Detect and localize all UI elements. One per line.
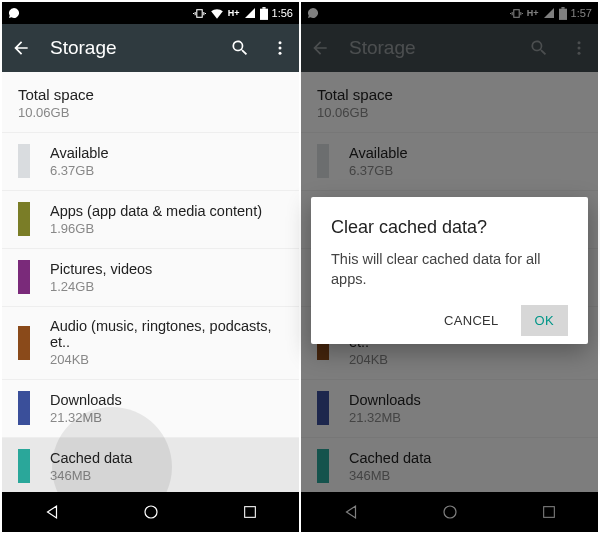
svg-point-4 (279, 47, 282, 50)
swatch (18, 260, 30, 294)
total-value: 10.06GB (18, 105, 283, 120)
content: Total space 10.06GB Available 6.37GB App… (2, 72, 299, 492)
dialog-title: Clear cached data? (331, 217, 568, 238)
row-downloads[interactable]: Downloads 21.32MB (2, 379, 299, 437)
dialog-body: This will clear cached data for all apps… (331, 250, 568, 289)
hplus-icon: H+ (228, 8, 240, 18)
clock: 1:56 (272, 7, 293, 19)
svg-point-3 (279, 41, 282, 44)
nav-recent-icon[interactable] (240, 502, 260, 522)
screen-left: H+ 1:56 Storage Total space 10.06GB (2, 2, 299, 532)
swatch (18, 144, 30, 178)
overflow-icon[interactable] (269, 37, 291, 59)
clear-cache-dialog: Clear cached data? This will clear cache… (311, 197, 588, 344)
value: 1.24GB (50, 279, 152, 294)
swatch (18, 391, 30, 425)
page-title: Storage (50, 37, 211, 59)
label: Downloads (50, 392, 122, 408)
value: 204KB (50, 352, 283, 367)
row-audio[interactable]: Audio (music, ringtones, podcasts, et.. … (2, 306, 299, 379)
signal-icon (244, 7, 256, 19)
svg-point-5 (279, 52, 282, 55)
value: 346MB (50, 468, 132, 483)
label: Available (50, 145, 109, 161)
total-label: Total space (18, 86, 283, 103)
wifi-icon (210, 7, 224, 19)
value: 6.37GB (50, 163, 109, 178)
row-available[interactable]: Available 6.37GB (2, 132, 299, 190)
appbar: Storage (2, 24, 299, 72)
navbar (2, 492, 299, 532)
vibrate-icon (193, 7, 206, 20)
screen-right: H+ 1:57 Storage Total space 10.06GB (301, 2, 598, 532)
svg-rect-0 (197, 9, 202, 17)
row-pictures[interactable]: Pictures, videos 1.24GB (2, 248, 299, 306)
swatch (18, 326, 30, 360)
svg-point-6 (145, 506, 157, 518)
swatch (18, 202, 30, 236)
search-icon[interactable] (229, 37, 251, 59)
battery-icon (260, 7, 268, 20)
cancel-button[interactable]: CANCEL (430, 305, 513, 336)
nav-back-icon[interactable] (42, 502, 62, 522)
svg-rect-1 (260, 8, 268, 19)
swatch (18, 449, 30, 483)
value: 21.32MB (50, 410, 122, 425)
whatsapp-icon (8, 7, 20, 19)
row-apps[interactable]: Apps (app data & media content) 1.96GB (2, 190, 299, 248)
svg-rect-2 (262, 7, 265, 9)
dialog-actions: CANCEL OK (331, 305, 568, 336)
statusbar: H+ 1:56 (2, 2, 299, 24)
total-space[interactable]: Total space 10.06GB (2, 72, 299, 132)
nav-home-icon[interactable] (141, 502, 161, 522)
label: Apps (app data & media content) (50, 203, 262, 219)
label: Audio (music, ringtones, podcasts, et.. (50, 318, 283, 350)
ok-button[interactable]: OK (521, 305, 568, 336)
label: Cached data (50, 450, 132, 466)
row-cached[interactable]: Cached data 346MB (2, 437, 299, 492)
value: 1.96GB (50, 221, 262, 236)
back-icon[interactable] (10, 37, 32, 59)
svg-rect-7 (244, 507, 255, 518)
label: Pictures, videos (50, 261, 152, 277)
